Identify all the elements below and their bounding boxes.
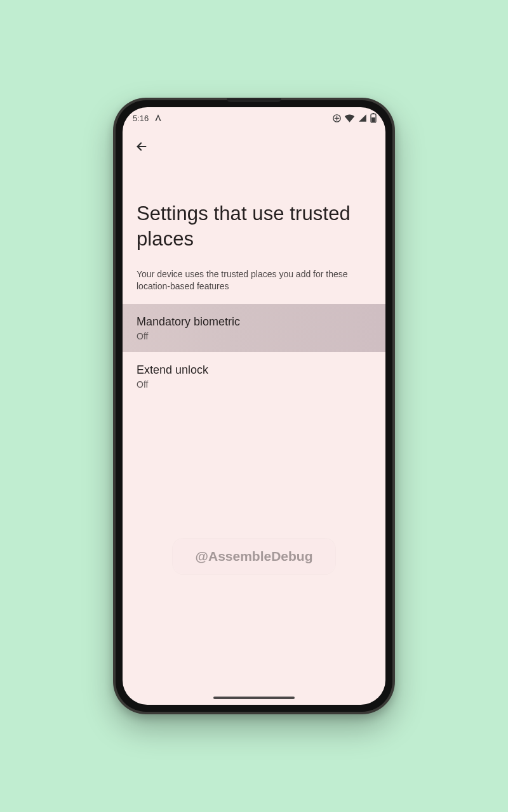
setting-value: Off [137, 379, 371, 390]
signal-hd-icon [358, 114, 368, 122]
setting-title: Extend unlock [137, 362, 371, 377]
status-time: 5:16 [133, 114, 149, 123]
app-running-icon [154, 114, 163, 122]
speaker-grille [227, 98, 281, 102]
setting-title: Mandatory biometric [137, 314, 371, 329]
status-bar: 5:16 [123, 107, 385, 129]
battery-icon [370, 113, 377, 123]
settings-content: Settings that use trusted places Your de… [123, 159, 385, 705]
phone-frame: 5:16 Settings that use trusted places Yo… [113, 98, 395, 714]
svg-rect-2 [372, 113, 374, 114]
setting-extend-unlock[interactable]: Extend unlock Off [123, 352, 385, 400]
page-subtitle: Your device uses the trusted places you … [123, 252, 385, 304]
status-bar-left: 5:16 [133, 114, 163, 123]
page-title: Settings that use trusted places [123, 159, 385, 252]
setting-value: Off [137, 331, 371, 341]
arrow-back-icon [135, 140, 149, 154]
setting-mandatory-biometric[interactable]: Mandatory biometric Off [123, 304, 385, 352]
screen: 5:16 Settings that use trusted places Yo… [123, 107, 385, 705]
back-button[interactable] [129, 134, 154, 159]
gesture-nav-bar[interactable] [213, 697, 295, 699]
status-bar-right [332, 113, 377, 123]
wifi-icon [344, 114, 355, 122]
svg-rect-3 [371, 117, 375, 122]
phone-bezel: 5:16 Settings that use trusted places Yo… [116, 100, 392, 712]
toolbar [123, 129, 385, 159]
data-saver-icon [332, 114, 342, 123]
